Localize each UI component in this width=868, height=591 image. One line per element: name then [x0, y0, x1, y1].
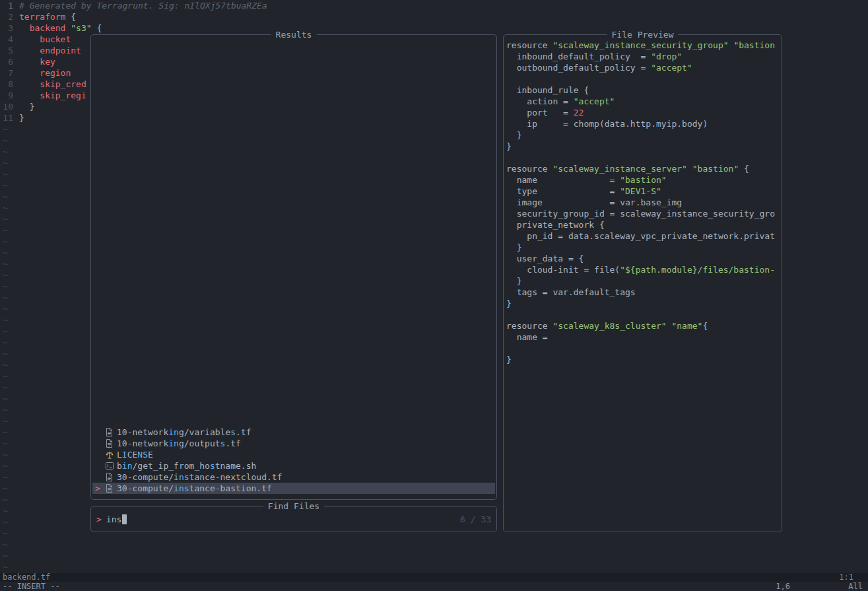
file-result-row[interactable]: 30-compute/instance-nextcloud.tf	[92, 471, 495, 483]
selection-caret-icon: >	[95, 483, 106, 493]
file-name: LICENSE	[117, 450, 153, 460]
preview-code-line	[506, 309, 779, 320]
preview-code-line: security_group_id = scaleway_instance_se…	[506, 208, 779, 219]
empty-line-tilde: ~	[0, 270, 8, 280]
preview-code-line: name = "bastion"	[506, 174, 779, 186]
empty-line-tilde: ~	[0, 495, 8, 504]
line-number: 3	[0, 22, 13, 34]
ruler-position: 1,6	[776, 582, 790, 591]
empty-line-tilde: ~	[0, 562, 8, 572]
preview-code-line	[506, 152, 779, 163]
empty-line-tilde: ~	[0, 506, 8, 516]
shell-icon	[106, 462, 117, 469]
empty-line-tilde: ~	[0, 281, 8, 291]
preview-code-line: user_data = {	[506, 253, 779, 264]
preview-code-line: action = "accept"	[506, 96, 779, 107]
empty-line-tilde: ~	[0, 337, 8, 347]
prompt-query-text: ins	[106, 514, 121, 524]
empty-line-tilde: ~	[0, 528, 8, 538]
file-name: 10-networking/variables.tf	[117, 427, 251, 437]
preview-code-line: }	[506, 275, 779, 287]
empty-line-tilde: ~	[0, 180, 8, 190]
empty-line-tilde: ~	[0, 450, 8, 460]
empty-line-tilde: ~	[0, 551, 8, 561]
statusline: backend.tf 1:1	[0, 573, 868, 582]
file-result-row[interactable]: >30-compute/instance-bastion.tf	[92, 483, 495, 494]
empty-line-tilde: ~	[0, 461, 8, 471]
empty-line-tilde: ~	[0, 248, 8, 258]
preview-code-line: ip = chomp(data.http.myip.body)	[506, 118, 779, 129]
empty-line-tilde: ~	[0, 293, 8, 302]
line-number: 8	[0, 79, 13, 90]
empty-line-tilde: ~	[0, 427, 8, 437]
preview-code-line: }	[506, 141, 779, 152]
empty-line-tilde: ~	[0, 382, 8, 392]
empty-line-tilde: ~	[0, 225, 8, 235]
empty-line-tilde: ~	[0, 438, 8, 448]
preview-code-line: outbound_default_policy = "accept"	[506, 62, 779, 73]
empty-line-tilde: ~	[0, 315, 8, 325]
preview-code-line: port = 22	[506, 107, 779, 118]
file-name: 10-networking/outputs.tf	[117, 438, 241, 448]
line-number: 7	[0, 67, 13, 79]
file-result-row[interactable]: LICENSE	[92, 449, 495, 460]
statusline-filename: backend.tf	[3, 573, 50, 582]
preview-code-line: tags = var.default_tags	[506, 287, 779, 298]
line-number: 11	[0, 112, 13, 123]
neovim-screen: { "colors": { "bg": "#21252b", "fg": "#a…	[0, 0, 868, 591]
preview-code-line: image = var.base_img	[506, 197, 779, 208]
match-counter: 6 / 33	[460, 514, 491, 524]
preview-code-line: }	[506, 354, 779, 365]
line-number: 4	[0, 34, 13, 45]
line-number: 10	[0, 101, 13, 112]
doc-icon	[106, 428, 117, 436]
preview-code-line	[506, 343, 779, 354]
file-name: bin/get_ip_from_hostname.sh	[117, 461, 256, 471]
preview-code-line: resource "scaleway_instance_server" "bas…	[506, 163, 779, 174]
line-number: 6	[0, 56, 13, 67]
empty-line-tilde: ~	[0, 158, 8, 168]
code-line: 2terraform {	[0, 11, 868, 22]
preview-window: File Preview resource "scaleway_instance…	[503, 34, 782, 532]
empty-line-tilde: ~	[0, 191, 8, 201]
line-number: 5	[0, 45, 13, 56]
preview-code-line: }	[506, 242, 779, 253]
results-list: 10-networking/variables.tf10-networking/…	[91, 35, 496, 499]
results-window-title: Results	[271, 29, 317, 40]
empty-line-tilde: ~	[0, 539, 8, 549]
doc-icon	[106, 484, 117, 493]
results-window: Results 10-networking/variables.tf10-net…	[90, 34, 497, 500]
preview-code-line: resource "scaleway_k8s_cluster" "name"{	[506, 320, 779, 331]
preview-code-line: }	[506, 129, 779, 141]
license-icon	[106, 451, 117, 459]
empty-line-tilde: ~	[0, 405, 8, 415]
empty-line-tilde: ~	[0, 169, 8, 179]
line-number: 1	[0, 0, 13, 11]
empty-line-tilde: ~	[0, 371, 8, 381]
file-result-row[interactable]: bin/get_ip_from_hostname.sh	[92, 460, 495, 471]
preview-code-line: name =	[506, 331, 779, 343]
find-files-window-title: Find Files	[263, 501, 324, 512]
preview-code-line: private_network {	[506, 219, 779, 230]
empty-line-tilde: ~	[0, 147, 8, 156]
empty-line-tilde: ~	[0, 203, 8, 213]
screen: 1# Generated by Terragrunt. Sig: nIlQXj5…	[0, 0, 868, 591]
empty-line-tilde: ~	[0, 304, 8, 314]
line-number: 2	[0, 11, 13, 22]
empty-line-tilde: ~	[0, 214, 8, 224]
empty-line-tilde: ~	[0, 483, 8, 493]
code-line: 1# Generated by Terragrunt. Sig: nIlQXj5…	[0, 0, 868, 11]
empty-line-tilde: ~	[0, 472, 8, 482]
file-result-row[interactable]: 10-networking/outputs.tf	[92, 438, 495, 449]
ruler-scroll: All	[848, 582, 863, 591]
empty-line-tilde: ~	[0, 236, 8, 246]
mode-indicator: -- INSERT --	[3, 582, 60, 591]
preview-code-line	[506, 73, 779, 85]
file-name: 30-compute/instance-bastion.tf	[117, 483, 272, 493]
empty-line-tilde: ~	[0, 360, 8, 370]
file-result-row[interactable]: 10-networking/variables.tf	[92, 427, 495, 438]
preview-code-line: inbound_default_policy = "drop"	[506, 51, 779, 62]
file-name: 30-compute/instance-nextcloud.tf	[117, 472, 282, 482]
preview-code-line: resource "scaleway_instance_security_gro…	[506, 40, 779, 51]
empty-line-tilde: ~	[0, 326, 8, 336]
